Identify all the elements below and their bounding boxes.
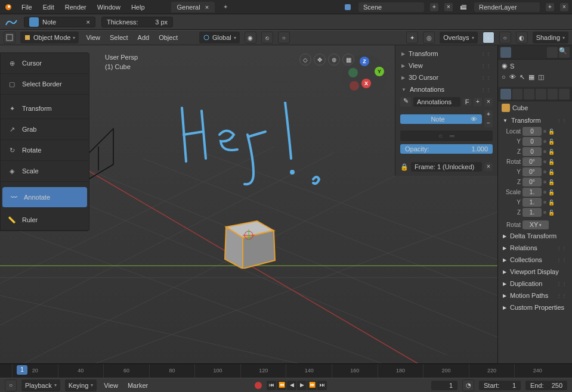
shading-dropdown[interactable]: Shading xyxy=(533,32,568,43)
tool-grab[interactable]: ↗ Grab xyxy=(1,119,89,140)
prop-tab-4[interactable] xyxy=(536,89,546,99)
header-add[interactable]: Add xyxy=(135,33,152,42)
ortho-button[interactable]: ▦ xyxy=(342,54,354,66)
preview-range-button[interactable]: ◔ xyxy=(462,379,474,391)
tl-marker-menu[interactable]: Marker xyxy=(125,381,150,390)
opacity-slider[interactable]: Opacity: 1.000 xyxy=(400,144,493,154)
restrict-render-icon[interactable]: ↖ xyxy=(520,73,525,81)
indirect-icon[interactable]: ◫ xyxy=(538,73,544,81)
close-icon[interactable]: × xyxy=(205,4,209,11)
editor-type-timeline[interactable]: ○ xyxy=(5,379,17,391)
add-button[interactable]: + xyxy=(474,98,482,106)
menu-help[interactable]: Help xyxy=(129,2,147,12)
annotation-layer-field[interactable]: Note × xyxy=(24,17,95,27)
proportional-button[interactable]: ○ xyxy=(278,32,290,43)
prop-tab-2[interactable] xyxy=(512,89,523,99)
end-frame-field[interactable]: End: 250 xyxy=(525,381,567,390)
npanel-view[interactable]: View ⋮⋮ xyxy=(395,60,497,71)
shading-render-button[interactable]: ◐ xyxy=(516,32,528,43)
tool-scale[interactable]: ◈ Scale xyxy=(1,161,89,182)
loc-x-field[interactable]: 0 xyxy=(522,127,542,136)
timeline-current-frame[interactable]: 1 xyxy=(17,365,27,375)
lock-icon[interactable]: 🔓 xyxy=(548,149,555,155)
npanel-3dcursor[interactable]: 3D Cursor ⋮⋮ xyxy=(395,71,497,83)
prop-section-collections[interactable]: ▶Collections⋮⋮ xyxy=(498,254,572,266)
lock-icon[interactable]: 🔓 xyxy=(548,189,555,195)
fake-user-button[interactable]: F xyxy=(463,98,471,105)
prop-tab-6[interactable] xyxy=(559,89,570,99)
tool-select-border[interactable]: ▢ Select Border xyxy=(1,74,89,95)
prop-section-duplication[interactable]: ▶Duplication⋮⋮ xyxy=(498,278,572,290)
rot-y-field[interactable]: 0° xyxy=(522,167,542,176)
pan-button[interactable]: ✥ xyxy=(314,54,326,66)
restrict-view-icon[interactable]: 👁 xyxy=(509,73,516,81)
frame-lock-field[interactable]: Frame: 1 (Unlocked) xyxy=(411,162,482,172)
start-frame-field[interactable]: Start: 1 xyxy=(479,381,521,390)
eye-icon[interactable]: 👁 xyxy=(471,116,477,123)
renderlayer-close-button[interactable]: × xyxy=(560,3,568,11)
remove-button[interactable]: × xyxy=(484,98,493,106)
gizmo-x[interactable]: X xyxy=(361,79,371,88)
tool-ruler[interactable]: 📏 Ruler xyxy=(1,210,89,231)
scene-add-button[interactable]: + xyxy=(430,3,438,11)
restrict-select-icon[interactable]: ○ xyxy=(502,73,506,81)
annotation-layer-active[interactable]: Note 👁 xyxy=(400,114,482,124)
mode-selector[interactable]: Object Mode xyxy=(20,32,79,43)
timeline[interactable]: 20406080100120140160180200220240 1 xyxy=(0,363,572,378)
prop-tab-object[interactable] xyxy=(500,89,511,99)
prop-section-motion-paths[interactable]: ▶Motion Paths⋮⋮ xyxy=(498,290,572,301)
holdout-icon[interactable]: ▦ xyxy=(528,73,534,81)
prop-section-custom-props[interactable]: ▶Custom Properties xyxy=(498,301,572,313)
pivot-button[interactable]: ◉ xyxy=(245,32,256,43)
thickness-field[interactable]: Thickness: 3 px xyxy=(101,17,173,27)
overlays-dropdown[interactable]: Overlays xyxy=(440,32,477,43)
prop-tab-3[interactable] xyxy=(524,89,534,99)
npanel-transform[interactable]: Transform ⋮⋮ xyxy=(395,48,497,60)
outliner-row[interactable]: ◉ S xyxy=(498,60,572,72)
close-icon[interactable]: × xyxy=(86,18,90,26)
loc-y-field[interactable]: 0 xyxy=(522,137,542,146)
prop-tab-5[interactable] xyxy=(548,89,558,99)
filter-button[interactable] xyxy=(547,47,558,58)
scene-selector[interactable]: Scene xyxy=(358,2,424,12)
lock-icon[interactable]: 🔓 xyxy=(548,159,555,165)
frame-lock-close[interactable]: × xyxy=(484,163,493,171)
scale-z-field[interactable]: 1. xyxy=(522,208,542,217)
overlays-icon[interactable]: ◎ xyxy=(423,32,435,43)
keyframe-next-button[interactable]: ⏩ xyxy=(307,381,317,390)
camera-view-button[interactable]: ◇ xyxy=(299,54,311,66)
renderlayer-add-button[interactable]: + xyxy=(546,3,554,11)
menu-edit[interactable]: Edit xyxy=(41,2,57,12)
object-name-field[interactable]: Cube xyxy=(498,101,572,114)
loc-z-field[interactable]: 0 xyxy=(522,147,542,156)
header-view[interactable]: View xyxy=(84,33,103,42)
tool-transform[interactable]: ✦ Transform xyxy=(1,98,89,119)
layer-remove-button[interactable]: − xyxy=(484,119,493,127)
search-button[interactable]: 🔍 xyxy=(559,47,570,58)
header-select[interactable]: Select xyxy=(107,33,131,42)
lock-icon[interactable]: 🔓 xyxy=(548,200,555,206)
auto-key-button[interactable] xyxy=(255,382,262,389)
playback-menu[interactable]: Playback xyxy=(21,379,60,391)
gizmo-neg-y[interactable] xyxy=(348,68,358,77)
prop-section-relations[interactable]: ▶Relations⋮⋮ xyxy=(498,242,572,254)
editor-type-selector[interactable] xyxy=(4,32,16,43)
keying-menu[interactable]: Keying xyxy=(65,379,97,391)
zoom-button[interactable]: ⊕ xyxy=(328,54,340,66)
lock-icon[interactable]: 🔓 xyxy=(548,210,555,216)
menu-file[interactable]: File xyxy=(19,2,35,12)
color-swatch[interactable] xyxy=(29,17,39,27)
scale-y-field[interactable]: 1. xyxy=(522,198,542,207)
pencil-icon[interactable]: ✎ xyxy=(400,97,411,107)
show-gizmo-button[interactable]: ✦ xyxy=(406,32,418,43)
scene-close-button[interactable]: × xyxy=(444,3,453,11)
play-reverse-button[interactable]: ◀ xyxy=(287,381,296,390)
lock-icon[interactable]: 🔓 xyxy=(548,139,555,145)
gizmo-neg-x[interactable] xyxy=(350,81,359,91)
prop-section-transform[interactable]: ▼ Transform ⋮⋮ xyxy=(498,114,572,126)
orientation-selector[interactable]: Global xyxy=(199,32,240,43)
prop-section-delta[interactable]: ▶Delta Transform xyxy=(498,230,572,242)
jump-end-button[interactable]: ⏭ xyxy=(317,381,327,390)
lock-icon[interactable]: 🔓 xyxy=(548,169,555,175)
tool-cursor[interactable]: ⊕ Cursor xyxy=(1,53,89,74)
